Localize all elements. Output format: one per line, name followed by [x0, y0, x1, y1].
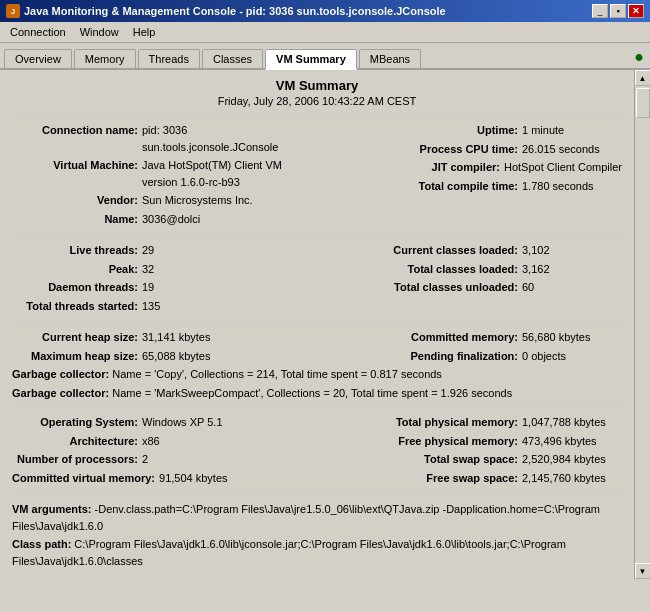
value-vendor: Sun Microsystems Inc.: [142, 192, 313, 209]
row-current-heap: Current heap size: 31,141 kbytes: [12, 329, 313, 346]
value-gc1: Name = 'Copy', Collections = 214, Total …: [112, 368, 442, 380]
row-committed-memory: Committed memory: 56,680 kbytes: [321, 329, 622, 346]
value-uptime: 1 minute: [522, 122, 622, 139]
row-daemon: Daemon threads: 19: [12, 279, 313, 296]
label-cpu: Process CPU time:: [420, 141, 522, 158]
menu-bar: Connection Window Help: [0, 22, 650, 43]
value-total-physical: 1,047,788 kbytes: [522, 414, 622, 431]
label-gc1: Garbage collector:: [12, 368, 109, 380]
app-icon: J: [6, 4, 20, 18]
row-total-classes: Total classes loaded: 3,162: [321, 261, 622, 278]
label-live-threads: Live threads:: [12, 242, 142, 259]
vm-content: VM Summary Friday, July 28, 2006 10:43:2…: [0, 70, 634, 579]
divider-3: [12, 322, 622, 323]
label-unloaded: Total classes unloaded:: [394, 279, 522, 296]
row-arch: Architecture: x86: [12, 433, 313, 450]
label-current-heap: Current heap size:: [12, 329, 142, 346]
value-peak: 32: [142, 261, 313, 278]
value-vm-args: -Denv.class.path=C:\Program Files\Java\j…: [12, 503, 600, 532]
col-threads: Live threads: 29 Peak: 32 Daemon threads…: [12, 242, 313, 316]
maximize-button[interactable]: ▪: [610, 4, 626, 18]
value-daemon: 19: [142, 279, 313, 296]
label-peak: Peak:: [12, 261, 142, 278]
divider-5: [12, 494, 622, 495]
col-connection-right: Uptime: 1 minute Process CPU time: 26.01…: [321, 122, 622, 229]
row-name: Name: 3036@dolci: [12, 211, 313, 228]
row-vendor: Vendor: Sun Microsystems Inc.: [12, 192, 313, 209]
value-cpu: 26.015 seconds: [522, 141, 622, 158]
scroll-up-button[interactable]: ▲: [635, 70, 651, 86]
label-arch: Architecture:: [12, 433, 142, 450]
value-total-started: 135: [142, 298, 313, 315]
divider-2: [12, 235, 622, 236]
row-free-swap: Free swap space: 2,145,760 kbytes: [321, 470, 622, 487]
row-gc2: Garbage collector: Name = 'MarkSweepComp…: [12, 385, 622, 402]
vm-summary-title: VM Summary: [12, 78, 622, 93]
scroll-thumb[interactable]: [636, 88, 650, 118]
label-daemon: Daemon threads:: [12, 279, 142, 296]
label-name: Name:: [12, 211, 142, 228]
row-jit: JIT compiler: HotSpot Client Compiler: [321, 159, 622, 176]
row-class-path: Class path: C:\Program Files\Java\jdk1.6…: [12, 536, 622, 569]
label-pending: Pending finalization:: [410, 348, 522, 365]
row-max-heap: Maximum heap size: 65,088 kbytes: [12, 348, 313, 365]
value-current-classes: 3,102: [522, 242, 622, 259]
row-os: Operating System: Windows XP 5.1: [12, 414, 313, 431]
value-max-heap: 65,088 kbytes: [142, 348, 313, 365]
value-connection: pid: 3036 sun.tools.jconsole.JConsole: [142, 122, 313, 155]
menu-help[interactable]: Help: [127, 24, 162, 40]
scroll-down-button[interactable]: ▼: [635, 563, 651, 579]
row-total-swap: Total swap space: 2,520,984 kbytes: [321, 451, 622, 468]
col-heap-left: Current heap size: 31,141 kbytes Maximum…: [12, 329, 313, 366]
row-current-classes: Current classes loaded: 3,102: [321, 242, 622, 259]
row-vm: Virtual Machine: Java HotSpot(TM) Client…: [12, 157, 313, 190]
tab-bar: Overview Memory Threads Classes VM Summa…: [0, 43, 650, 70]
value-pending: 0 objects: [522, 348, 622, 365]
value-arch: x86: [142, 433, 313, 450]
row-total-started: Total threads started: 135: [12, 298, 313, 315]
menu-connection[interactable]: Connection: [4, 24, 72, 40]
value-os: Windows XP 5.1: [142, 414, 313, 431]
title-bar-controls[interactable]: _ ▪ ✕: [592, 4, 644, 18]
label-free-swap: Free swap space:: [426, 470, 522, 487]
label-os: Operating System:: [12, 414, 142, 431]
value-unloaded: 60: [522, 279, 622, 296]
value-vm: Java HotSpot(TM) Client VM version 1.6.0…: [142, 157, 313, 190]
scrollbar[interactable]: ▲ ▼: [634, 70, 650, 579]
row-peak: Peak: 32: [12, 261, 313, 278]
label-vm-args: VM arguments:: [12, 503, 91, 515]
tab-threads[interactable]: Threads: [138, 49, 200, 68]
label-connection: Connection name:: [12, 122, 142, 155]
content-wrapper: VM Summary Friday, July 28, 2006 10:43:2…: [0, 70, 650, 579]
section-threads-classes: Live threads: 29 Peak: 32 Daemon threads…: [12, 242, 622, 316]
label-jit: JIT compiler:: [432, 159, 504, 176]
label-uptime: Uptime:: [477, 122, 522, 139]
row-vm-args: VM arguments: -Denv.class.path=C:\Progra…: [12, 501, 622, 534]
tab-mbeans[interactable]: MBeans: [359, 49, 421, 68]
menu-window[interactable]: Window: [74, 24, 125, 40]
close-button[interactable]: ✕: [628, 4, 644, 18]
tab-overview[interactable]: Overview: [4, 49, 72, 68]
label-total-classes: Total classes loaded:: [408, 261, 522, 278]
divider-4: [12, 407, 622, 408]
vm-summary-date: Friday, July 28, 2006 10:43:22 AM CEST: [12, 95, 622, 107]
row-committed-virtual: Committed virtual memory: 91,504 kbytes: [12, 470, 313, 487]
label-committed-virtual: Committed virtual memory:: [12, 470, 159, 487]
label-free-physical: Free physical memory:: [398, 433, 522, 450]
minimize-button[interactable]: _: [592, 4, 608, 18]
scroll-track[interactable]: [635, 86, 651, 563]
tab-memory[interactable]: Memory: [74, 49, 136, 68]
section-os: Operating System: Windows XP 5.1 Archite…: [12, 414, 622, 488]
col-connection-left: Connection name: pid: 3036 sun.tools.jco…: [12, 122, 313, 229]
label-gc2: Garbage collector:: [12, 387, 109, 399]
row-pending: Pending finalization: 0 objects: [321, 348, 622, 365]
divider-1: [12, 115, 622, 116]
row-gc1: Garbage collector: Name = 'Copy', Collec…: [12, 366, 622, 383]
col-heap-right: Committed memory: 56,680 kbytes Pending …: [321, 329, 622, 366]
label-total-physical: Total physical memory:: [396, 414, 522, 431]
tab-vm-summary[interactable]: VM Summary: [265, 49, 357, 70]
value-gc2: Name = 'MarkSweepCompact', Collections =…: [112, 387, 512, 399]
label-vendor: Vendor:: [12, 192, 142, 209]
main-area: VM Summary Friday, July 28, 2006 10:43:2…: [0, 70, 634, 579]
tab-classes[interactable]: Classes: [202, 49, 263, 68]
